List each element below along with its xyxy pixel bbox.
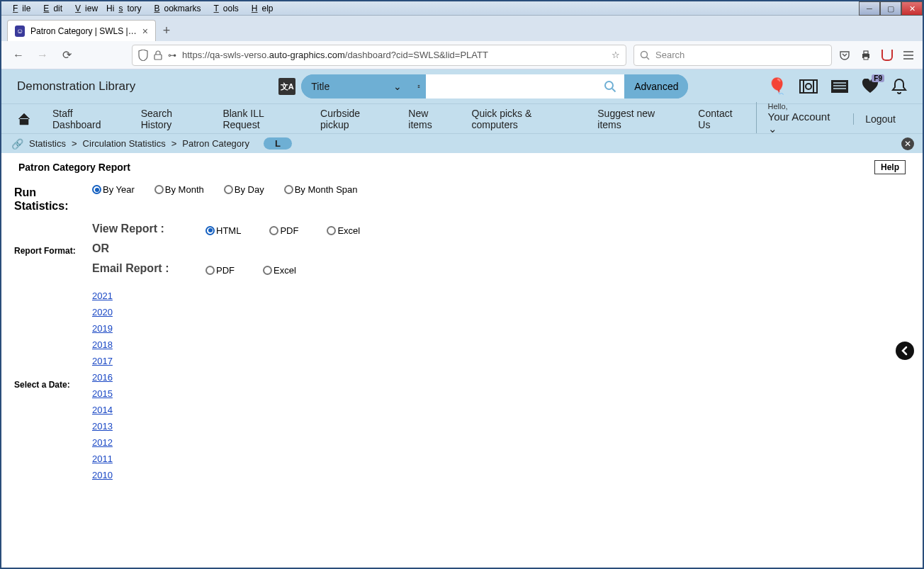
radio-pdf[interactable]: PDF — [205, 265, 235, 276]
menu-view[interactable]: View — [67, 2, 102, 15]
catalog-search-input[interactable] — [426, 74, 596, 98]
date-list: 2021202020192018201720162015201420132012… — [92, 288, 910, 480]
language-icon[interactable]: 文A — [278, 78, 295, 95]
nav-search-history[interactable]: Search History — [133, 101, 215, 137]
date-link-2010[interactable]: 2010 — [92, 470, 910, 480]
bell-icon[interactable] — [891, 78, 907, 95]
maximize-button[interactable]: ▢ — [880, 1, 901, 16]
hamburger-menu-icon[interactable] — [903, 50, 914, 60]
svg-rect-0 — [154, 55, 162, 60]
catalog-search-button[interactable] — [596, 74, 624, 98]
back-button[interactable]: ← — [10, 47, 27, 64]
pocket-icon[interactable] — [839, 50, 850, 61]
view-report-heading: View Report : — [92, 222, 205, 235]
menu-history[interactable]: History — [102, 2, 145, 15]
radio-excel[interactable]: Excel — [327, 225, 360, 236]
bookmark-star-icon[interactable]: ☆ — [612, 50, 620, 60]
date-link-2020[interactable]: 2020 — [92, 307, 910, 317]
app-header: Demonstration Library 文A Title ⌄ Advance… — [1, 69, 923, 103]
browser-tab[interactable]: ☺ Patron Category | SWLS | platt | × — [7, 20, 156, 41]
close-panel-icon[interactable]: ✕ — [901, 137, 914, 150]
film-icon[interactable] — [799, 78, 818, 95]
radio-by-day[interactable]: By Day — [224, 184, 264, 195]
minimize-button[interactable]: ─ — [859, 1, 880, 16]
nav-curbside[interactable]: Curbside pickup — [312, 101, 400, 137]
breadcrumb-circulation[interactable]: Circulation Statistics — [83, 138, 166, 149]
forward-button[interactable]: → — [34, 47, 51, 64]
svg-point-10 — [418, 86, 420, 86]
email-report-options: PDFExcel — [205, 265, 296, 276]
nav-suggest[interactable]: Suggest new items — [589, 101, 689, 137]
reload-button[interactable]: ⟳ — [58, 47, 75, 64]
main-nav: Staff Dashboard Search History Blank ILL… — [1, 103, 923, 133]
date-link-2013[interactable]: 2013 — [92, 421, 910, 432]
date-link-2017[interactable]: 2017 — [92, 356, 910, 366]
nav-contact[interactable]: Contact Us — [689, 101, 755, 137]
search-type-dropdown[interactable]: Title ⌄ — [301, 74, 412, 98]
database-icon[interactable] — [412, 74, 426, 98]
menu-tools[interactable]: Tools — [205, 2, 242, 15]
search-icon — [640, 50, 650, 60]
date-link-2015[interactable]: 2015 — [92, 388, 910, 399]
search-placeholder: Search — [655, 50, 684, 60]
radio-pdf[interactable]: PDF — [269, 225, 298, 236]
url-bar[interactable]: ⊶ https://qa-swls-verso.auto-graphics.co… — [132, 45, 626, 66]
account-hello: Hello, — [768, 102, 843, 111]
svg-rect-4 — [864, 51, 868, 54]
print-icon[interactable] — [860, 50, 872, 61]
radio-by-month-span[interactable]: By Month Span — [284, 184, 358, 195]
extension-icon[interactable] — [881, 50, 893, 61]
date-link-2011[interactable]: 2011 — [92, 453, 910, 464]
favorites-icon[interactable]: F9 — [862, 79, 879, 94]
menu-help[interactable]: Help — [243, 2, 278, 15]
radio-by-year[interactable]: By Year — [92, 184, 135, 195]
date-link-2019[interactable]: 2019 — [92, 323, 910, 334]
logout-link[interactable]: Logout — [853, 113, 907, 125]
svg-point-1 — [641, 51, 648, 57]
radio-by-month[interactable]: By Month — [154, 184, 204, 195]
date-link-2012[interactable]: 2012 — [92, 437, 910, 448]
date-link-2018[interactable]: 2018 — [92, 339, 910, 350]
permissions-icon: ⊶ — [168, 50, 176, 60]
date-link-2016[interactable]: 2016 — [92, 372, 910, 383]
advanced-search-button[interactable]: Advanced — [624, 74, 688, 98]
browser-search-box[interactable]: Search — [633, 45, 832, 66]
balloon-icon[interactable]: 🎈 — [767, 77, 787, 96]
browser-toolbar-icons — [839, 50, 914, 61]
view-report-options: HTMLPDFExcel — [205, 225, 360, 236]
breadcrumb-statistics[interactable]: Statistics — [29, 138, 66, 149]
home-icon[interactable] — [17, 113, 31, 125]
svg-point-11 — [418, 87, 420, 88]
menu-file[interactable]: File — [4, 2, 35, 15]
tab-bar: ☺ Patron Category | SWLS | platt | × + — [1, 16, 923, 41]
breadcrumb-badge: L — [264, 137, 292, 150]
nav-staff-dashboard[interactable]: Staff Dashboard — [44, 101, 133, 137]
account-menu[interactable]: Hello, Your Account ⌄ — [756, 102, 854, 135]
list-icon[interactable] — [830, 79, 849, 94]
menu-bookmarks[interactable]: Bookmarks — [145, 2, 205, 15]
date-link-2014[interactable]: 2014 — [92, 405, 910, 415]
date-link-2021[interactable]: 2021 — [92, 291, 910, 301]
nav-quick-picks[interactable]: Quick picks & computers — [463, 101, 590, 137]
address-bar-row: ← → ⟳ ⊶ https://qa-swls-verso.auto-graph… — [1, 41, 923, 69]
report-header-row: Patron Category Report Help — [1, 153, 923, 181]
help-button[interactable]: Help — [874, 160, 906, 174]
svg-point-9 — [418, 85, 420, 86]
breadcrumb-patron-category[interactable]: Patron Category — [182, 138, 249, 149]
tab-close-icon[interactable]: × — [142, 26, 148, 37]
account-name: Your Account ⌄ — [768, 111, 843, 135]
menu-edit[interactable]: Edit — [35, 2, 67, 15]
drawer-toggle-button[interactable] — [896, 342, 914, 360]
lock-icon — [154, 50, 162, 60]
library-name: Demonstration Library — [17, 79, 135, 94]
report-form: RunStatistics: By YearBy MonthBy DayBy M… — [1, 181, 923, 488]
chevron-down-icon: ⌄ — [393, 81, 402, 92]
new-tab-button[interactable]: + — [156, 20, 177, 41]
radio-html[interactable]: HTML — [205, 225, 241, 236]
svg-rect-14 — [800, 80, 817, 93]
nav-new-items[interactable]: New items — [400, 101, 463, 137]
nav-blank-ill[interactable]: Blank ILL Request — [214, 101, 312, 137]
radio-excel[interactable]: Excel — [263, 265, 296, 276]
close-window-button[interactable]: ✕ — [901, 1, 923, 16]
svg-point-12 — [605, 81, 613, 89]
